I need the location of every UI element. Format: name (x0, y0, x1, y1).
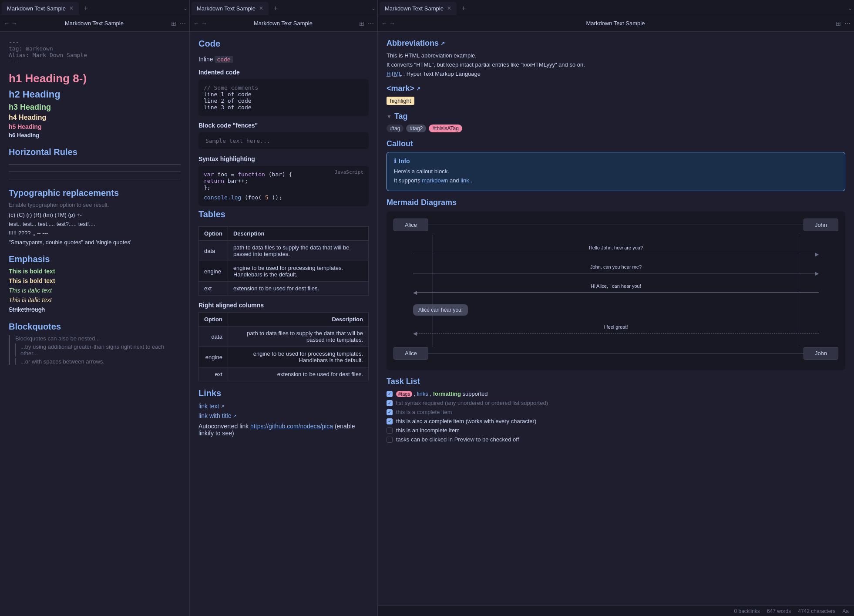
new-tab-button[interactable]: + (458, 3, 469, 13)
panel2-content: Code Inline code Indented code // Some c… (190, 32, 377, 616)
arrow-left-4: ◀ (413, 330, 417, 337)
table-row: engine engine to be used for processing … (199, 347, 369, 367)
msg-row-2: John, can you hear me? ▶ (413, 264, 819, 276)
heading-6: h6 Heading (9, 132, 181, 138)
task-list-title: Task List (387, 377, 845, 386)
msg-label-2: John, can you hear me? (413, 264, 819, 269)
blockquote-line3: ...or with spaces between arrows. (15, 358, 181, 365)
table-right: Option Description data path to data fil… (198, 312, 369, 381)
table-left: Option Description data path to data fil… (198, 226, 369, 296)
panel-2: ← → Markdown Text Sample ⊞ ⋯ Code Inline… (190, 15, 378, 616)
callout-link-link[interactable]: link (461, 177, 469, 184)
inline-code: code (215, 56, 232, 63)
abbreviations-section: Abbreviations ↗ (387, 39, 845, 48)
col-header-option-right: Option (199, 313, 228, 327)
more-icon[interactable]: ⋯ (368, 20, 374, 27)
inline-code-row: Inline code (198, 56, 369, 63)
new-tab-button[interactable]: + (81, 3, 91, 13)
task-text-1: #tags , links , formatting supported (396, 390, 845, 397)
tab-label: Markdown Text Sample (197, 5, 256, 12)
task-comma-1: , (414, 390, 417, 397)
tab-arrows: ⌄ (848, 5, 852, 11)
blockquote-block: Blockquotes can also be nested... ...by … (9, 335, 181, 365)
layout-icon[interactable]: ⊞ (171, 20, 176, 27)
layout-icon[interactable]: ⊞ (359, 20, 364, 27)
abbr-ext-icon: ↗ (440, 40, 445, 47)
aa-icon[interactable]: Aa (842, 608, 849, 614)
frontmatter-alias: Alias: Mark Down Sample (9, 52, 181, 58)
actor-alice-bottom: Alice (393, 347, 428, 360)
frontmatter-tag: tag: markdown (9, 45, 181, 52)
right-aligned-label: Right aligned columns (198, 302, 369, 309)
panel1-tabbar: Markdown Text Sample ✕ + ⌄ (0, 0, 190, 15)
solid-line-2 (413, 273, 815, 273)
tab-close-icon[interactable]: ✕ (447, 5, 451, 11)
col-header-option: Option (199, 227, 228, 241)
panel2-toolbar: ← → Markdown Text Sample ⊞ ⋯ (190, 15, 377, 32)
heading-2: h2 Heading (9, 89, 181, 100)
mark-ext-icon: ↗ (416, 86, 420, 92)
more-icon[interactable]: ⋯ (180, 20, 186, 27)
typographic-subtitle: Enable typographer option to see result. (9, 202, 181, 208)
tag-badge-2: #tag2 (406, 125, 426, 132)
toolbar-icons: ⊞ ⋯ (836, 20, 851, 27)
link-text-anchor[interactable]: link text ↗ (198, 403, 224, 410)
cell-option: engine (199, 347, 228, 367)
task-checkbox-3[interactable]: ✓ (387, 409, 393, 415)
panel1-content: --- tag: markdown Alias: Mark Down Sampl… (0, 32, 189, 616)
msg-label-1: Hello John, how are you? (413, 245, 819, 250)
task-text-5: this is an incomplete item (396, 427, 845, 434)
external-link-icon-2: ↗ (233, 414, 236, 418)
tab-panel3[interactable]: Markdown Text Sample ✕ (380, 2, 457, 15)
mark-section: <mark> ↗ (387, 84, 845, 93)
hr-3 (9, 179, 181, 179)
task-item-4: ✓ this is also a complete item (works wi… (387, 418, 845, 424)
tab-close-icon[interactable]: ✕ (69, 5, 74, 11)
cell-desc: engine to be used for processing templat… (228, 261, 368, 282)
task-checkbox-6[interactable] (387, 437, 393, 443)
link-with-title-anchor[interactable]: link with title ↗ (198, 412, 236, 419)
mermaid-title: Mermaid Diagrams (387, 198, 845, 207)
tab-panel2[interactable]: Markdown Text Sample ✕ (192, 2, 269, 15)
task-checkbox-2[interactable]: ✓ (387, 400, 393, 406)
tab-arrows: ⌄ (371, 5, 376, 11)
tag-header[interactable]: ▼ Tag (387, 112, 845, 121)
hr-1 (9, 164, 181, 165)
mark-title-text: <mark> (387, 84, 414, 93)
tag-chevron-icon: ▼ (387, 114, 392, 120)
col-header-desc: Description (228, 227, 368, 241)
abbr-html: HTML (387, 71, 402, 77)
task-item-3: ✓ this is a complete item (387, 409, 845, 415)
heading-1: h1 Heading 8-) (9, 72, 181, 85)
autolink-label: Autoconverted link (198, 423, 249, 430)
callout-link-markdown[interactable]: markdown (422, 177, 448, 184)
actor-john-top: John (804, 219, 838, 231)
abbreviations-title: Abbreviations (387, 39, 439, 48)
task-item-6: tasks can be clicked in Preview to be ch… (387, 436, 845, 443)
task-link[interactable]: links (417, 390, 428, 397)
layout-icon[interactable]: ⊞ (836, 20, 841, 27)
emphasis-title: Emphasis (9, 254, 181, 264)
heading-4: h4 Heading (9, 114, 181, 121)
task-checkbox-5[interactable] (387, 427, 393, 434)
tab-close-icon[interactable]: ✕ (259, 5, 263, 11)
task-text-3: this is a complete item (396, 409, 845, 415)
callout-box: ℹ Info Here's a callout block. It suppor… (387, 152, 845, 191)
abbr-colon: : Hyper Text Markup Language (403, 71, 481, 77)
typographic-section: Typographic replacements Enable typograp… (9, 188, 181, 246)
more-icon[interactable]: ⋯ (844, 20, 851, 27)
tag-badge-1: #tag (387, 125, 403, 132)
task-item-5: this is an incomplete item (387, 427, 845, 434)
block-fence-label: Block code "fences" (198, 122, 369, 129)
mermaid-sequence: Hello John, how are you? ▶ John, can you… (393, 235, 838, 347)
syntax-highlight-label: Syntax highlighting (198, 155, 369, 162)
col-header-desc-right: Description (228, 313, 368, 327)
autolink-url[interactable]: https://github.com/nodeca/pica (250, 423, 333, 430)
tab-label: Markdown Text Sample (7, 5, 66, 12)
new-tab-button[interactable]: + (270, 3, 281, 13)
tab-panel1[interactable]: Markdown Text Sample ✕ (2, 2, 79, 15)
task-checkbox-4[interactable]: ✓ (387, 418, 393, 424)
callout-title: Callout (387, 139, 845, 148)
bold-text-2: This is bold text (9, 277, 181, 284)
task-checkbox-1[interactable]: ✓ (387, 391, 393, 397)
